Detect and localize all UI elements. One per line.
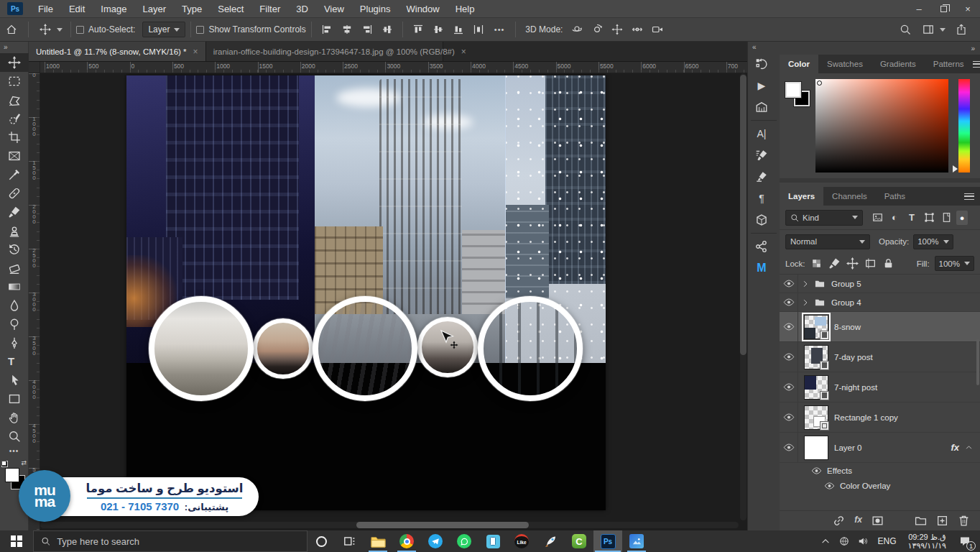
layer-row[interactable]: 7-night post: [780, 372, 980, 402]
tray-chevron-up-icon[interactable]: [817, 532, 834, 551]
layer-row[interactable]: 8-snow: [780, 312, 980, 342]
share-icon[interactable]: [954, 22, 969, 37]
new-group-icon[interactable]: [915, 515, 927, 527]
visibility-eye-icon[interactable]: [780, 312, 798, 341]
toolbar-expand-icon[interactable]: »: [0, 42, 28, 53]
distribute-bottom-icon[interactable]: [452, 23, 465, 36]
auto-select-checkbox[interactable]: [76, 26, 84, 34]
taskbar-search[interactable]: [33, 530, 308, 552]
menu-window[interactable]: Window: [398, 0, 447, 17]
chevron-right-icon[interactable]: [800, 280, 811, 288]
start-button[interactable]: [0, 530, 33, 552]
character-icon[interactable]: A|: [751, 123, 772, 144]
menu-view[interactable]: View: [316, 0, 352, 17]
brush-settings-icon[interactable]: [751, 144, 772, 166]
visibility-eye-icon[interactable]: [780, 433, 798, 462]
layer-thumbnail[interactable]: [804, 436, 828, 460]
smart-filter-icon[interactable]: [939, 211, 953, 225]
menu-3d[interactable]: 3D: [288, 0, 316, 17]
menu-edit[interactable]: Edit: [61, 0, 93, 17]
layer-row[interactable]: Rectangle 1 copy: [780, 402, 980, 433]
visibility-eye-icon[interactable]: [824, 482, 835, 489]
volume-icon[interactable]: [854, 532, 872, 551]
brush-tool[interactable]: [0, 203, 29, 221]
visibility-eye-icon[interactable]: [780, 275, 798, 293]
new-adjust-icon[interactable]: [893, 515, 905, 527]
marquee-tool[interactable]: [0, 72, 29, 91]
phone-link-taskbar-icon[interactable]: [479, 530, 507, 552]
layers-tab-channels[interactable]: Channels: [823, 187, 876, 206]
cube-3d-icon[interactable]: [751, 209, 772, 231]
ruler-corner[interactable]: [29, 62, 40, 73]
layer-thumbnail[interactable]: [804, 315, 828, 339]
collapse-panels-icon[interactable]: «: [748, 43, 756, 53]
cortana-button[interactable]: [308, 530, 335, 552]
lock-frame-icon[interactable]: [864, 257, 877, 270]
auto-select-target-dropdown[interactable]: Layer: [142, 22, 185, 37]
horizontal-scrollbar[interactable]: [40, 522, 739, 528]
align-v-centers-icon[interactable]: [381, 23, 394, 36]
color-tab-patterns[interactable]: Patterns: [925, 55, 973, 73]
workspace-chevron[interactable]: [940, 22, 950, 37]
type-tool[interactable]: T: [0, 352, 29, 371]
lock-brush-icon[interactable]: [828, 257, 841, 270]
menu-filter[interactable]: Filter: [251, 0, 288, 17]
layer-row-group[interactable]: Group 4: [780, 293, 980, 312]
color-tab-swatches[interactable]: Swatches: [818, 55, 872, 73]
foreground-color[interactable]: [5, 468, 19, 482]
canvas-viewport[interactable]: [40, 73, 747, 530]
menu-type[interactable]: Type: [174, 0, 210, 17]
distribute-top-icon[interactable]: [412, 23, 425, 36]
panel-menu-icon[interactable]: [964, 187, 980, 206]
healing-tool[interactable]: [0, 184, 29, 203]
rocket-app-taskbar-icon[interactable]: [536, 530, 565, 552]
clone-stamp-tool[interactable]: [0, 221, 29, 240]
layer-effect-row[interactable]: Effects: [780, 463, 980, 478]
swap-colors-icon[interactable]: ⇄: [21, 459, 27, 466]
actions-icon[interactable]: ▶: [751, 75, 772, 96]
layers-scrollbar[interactable]: [976, 339, 979, 385]
crop-tool[interactable]: [0, 128, 29, 147]
zoom-tool[interactable]: [0, 427, 29, 446]
m-plugin-icon[interactable]: M: [751, 257, 772, 279]
show-transform-checkbox[interactable]: [196, 26, 204, 34]
blur-tool[interactable]: [0, 296, 29, 315]
chrome-taskbar-icon[interactable]: [392, 530, 421, 552]
search-icon[interactable]: [898, 22, 912, 37]
document-tab-2[interactable]: iranian-office-building-design-17394647-…: [206, 42, 443, 61]
notification-center-button[interactable]: 1: [953, 530, 977, 552]
color-tab-color[interactable]: Color: [780, 55, 818, 73]
lock-all-icon[interactable]: [882, 257, 895, 270]
whatsapp-taskbar-icon[interactable]: [450, 530, 479, 552]
search-input[interactable]: [57, 536, 300, 547]
clock[interactable]: ق.ظ 09:29 ۱۳۹۹/۱۱/۱۹: [903, 533, 951, 550]
panel-menu-icon[interactable]: [973, 55, 980, 73]
panel-foreground-color[interactable]: [785, 82, 801, 98]
slide-3d-icon[interactable]: [631, 23, 644, 36]
menu-select[interactable]: Select: [210, 0, 251, 17]
move-tool[interactable]: [0, 53, 29, 72]
libraries-icon[interactable]: [751, 96, 772, 118]
workspace-icon[interactable]: [921, 22, 935, 37]
distribute-h-icon[interactable]: [472, 23, 485, 36]
lock-move-icon[interactable]: [846, 257, 859, 270]
minimize-button[interactable]: –: [907, 0, 931, 17]
frame-tool[interactable]: [0, 147, 29, 165]
layer-row-group[interactable]: Group 5: [780, 275, 980, 293]
rectangle-tool[interactable]: [0, 390, 29, 408]
add-mask-icon[interactable]: [872, 515, 884, 527]
orbit-3d-icon[interactable]: [570, 23, 583, 36]
layers-tab-paths[interactable]: Paths: [876, 187, 914, 206]
layer-thumbnail[interactable]: [804, 345, 828, 369]
type-filter-icon[interactable]: T: [905, 211, 919, 225]
home-icon[interactable]: [4, 22, 19, 37]
align-left-icon[interactable]: [320, 23, 333, 36]
file-explorer-taskbar-icon[interactable]: [364, 530, 392, 552]
pixel-filter-icon[interactable]: [870, 211, 884, 225]
network-icon[interactable]: [836, 532, 853, 551]
eraser-tool[interactable]: [0, 259, 29, 277]
expand-panels-icon[interactable]: »: [780, 42, 980, 55]
align-center-h-icon[interactable]: [341, 23, 353, 36]
shape-filter-icon[interactable]: [922, 211, 936, 225]
filter-kind-dropdown[interactable]: Kind: [785, 210, 863, 226]
